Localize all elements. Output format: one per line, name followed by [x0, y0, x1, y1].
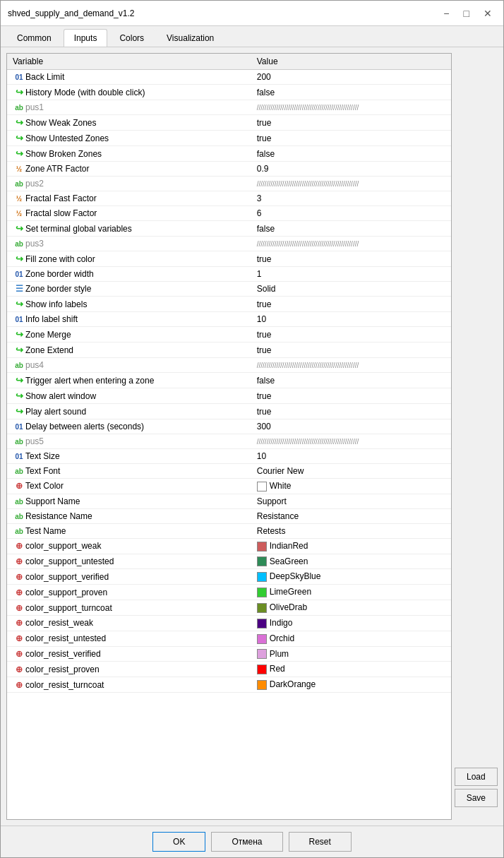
- table-cell-variable: ↪Show Broken Zones: [7, 146, 251, 162]
- variable-name: Test Name: [25, 526, 66, 536]
- table-cell-value[interactable]: true: [251, 115, 451, 131]
- table-cell-value[interactable]: 3: [251, 191, 451, 206]
- table-row[interactable]: ↪Show Untested Zonestrue: [7, 131, 451, 146]
- table-row[interactable]: ↪History Mode (with double click)false: [7, 85, 451, 100]
- table-row[interactable]: ⊕color_support_turncoatOliveDrab: [7, 600, 451, 616]
- table-row[interactable]: ½Fractal slow Factor6: [7, 206, 451, 221]
- table-cell-value[interactable]: SeaGreen: [251, 554, 451, 569]
- table-row[interactable]: 01Delay between alerts (seconds)300: [7, 419, 451, 434]
- table-row[interactable]: ⊕color_support_verifiedDeepSkyBlue: [7, 569, 451, 585]
- table-row[interactable]: ⊕color_resist_weakIndigo: [7, 615, 451, 631]
- table-row[interactable]: abpus3//////////////////////////////////…: [7, 237, 451, 251]
- table-cell-value[interactable]: 1: [251, 267, 451, 282]
- table-cell-value[interactable]: Support: [251, 494, 451, 508]
- table-row[interactable]: ↪Fill zone with colortrue: [7, 251, 451, 267]
- table-cell-value[interactable]: true: [251, 251, 451, 267]
- table-cell-value[interactable]: true: [251, 342, 451, 358]
- table-scroll[interactable]: Variable Value 01Back Limit200↪History M…: [7, 54, 451, 819]
- table-row[interactable]: ⊕color_resist_turncoatDarkOrange: [7, 677, 451, 693]
- table-cell-value: ////////////////////////////////////////…: [251, 358, 451, 373]
- table-row[interactable]: abpus1//////////////////////////////////…: [7, 100, 451, 115]
- table-row[interactable]: 01Info label shift10: [7, 312, 451, 327]
- table-cell-value[interactable]: 10: [251, 312, 451, 327]
- table-cell-value[interactable]: 0.9: [251, 162, 451, 177]
- table-cell-value[interactable]: IndianRed: [251, 538, 451, 554]
- table-cell-value[interactable]: Red: [251, 662, 451, 677]
- table-cell-value[interactable]: DeepSkyBlue: [251, 569, 451, 585]
- table-cell-value[interactable]: false: [251, 146, 451, 162]
- table-cell-value[interactable]: true: [251, 327, 451, 342]
- table-cell-variable: ⊕color_support_verified: [7, 569, 251, 585]
- table-cell-value[interactable]: Orchid: [251, 631, 451, 646]
- table-cell-value[interactable]: 200: [251, 70, 451, 85]
- table-cell-variable: ⊕color_resist_weak: [7, 615, 251, 631]
- table-cell-value[interactable]: Plum: [251, 646, 451, 662]
- table-row[interactable]: ☰Zone border styleSolid: [7, 282, 451, 297]
- table-row[interactable]: ↪Set terminal global variablesfalse: [7, 221, 451, 237]
- table-cell-value[interactable]: false: [251, 85, 451, 100]
- table-row[interactable]: abSupport NameSupport: [7, 494, 451, 508]
- load-button[interactable]: Load: [455, 768, 498, 786]
- table-cell-value[interactable]: LimeGreen: [251, 585, 451, 600]
- table-cell-value[interactable]: DarkOrange: [251, 677, 451, 693]
- table-row[interactable]: ↪Zone Extendtrue: [7, 342, 451, 358]
- cancel-button[interactable]: Отмена: [211, 832, 282, 852]
- variable-name: color_resist_turncoat: [25, 680, 104, 690]
- table-cell-variable: abpus5: [7, 434, 251, 449]
- reset-button[interactable]: Reset: [289, 832, 352, 852]
- table-cell-value[interactable]: Retests: [251, 523, 451, 538]
- table-row[interactable]: ½Zone ATR Factor0.9: [7, 162, 451, 177]
- table-row[interactable]: ↪Play alert soundtrue: [7, 404, 451, 419]
- table-row[interactable]: ⊕color_support_untestedSeaGreen: [7, 554, 451, 569]
- tab-colors[interactable]: Colors: [109, 29, 155, 47]
- table-row[interactable]: ↪Show info labelstrue: [7, 297, 451, 312]
- table-row[interactable]: ½Fractal Fast Factor3: [7, 191, 451, 206]
- table-cell-value[interactable]: Courier New: [251, 464, 451, 479]
- table-row[interactable]: ⊕color_resist_verifiedPlum: [7, 646, 451, 662]
- table-row[interactable]: ⊕color_support_provenLimeGreen: [7, 585, 451, 600]
- table-cell-value[interactable]: 10: [251, 449, 451, 464]
- table-row[interactable]: ⊕color_resist_untestedOrchid: [7, 631, 451, 646]
- table-row[interactable]: abpus4//////////////////////////////////…: [7, 358, 451, 373]
- table-cell-value[interactable]: true: [251, 131, 451, 146]
- table-row[interactable]: abpus5//////////////////////////////////…: [7, 434, 451, 449]
- tab-inputs[interactable]: Inputs: [64, 29, 108, 47]
- table-cell-variable: ↪Play alert sound: [7, 404, 251, 419]
- table-row[interactable]: abTest NameRetests: [7, 523, 451, 538]
- table-row[interactable]: ↪Trigger alert when entering a zonefalse: [7, 373, 451, 388]
- color-value-text: IndianRed: [270, 541, 308, 551]
- table-row[interactable]: 01Back Limit200: [7, 70, 451, 85]
- tab-common[interactable]: Common: [6, 29, 62, 47]
- table-cell-value[interactable]: 6: [251, 206, 451, 221]
- table-cell-value[interactable]: Indigo: [251, 615, 451, 631]
- table-cell-value[interactable]: Resistance: [251, 508, 451, 523]
- table-row[interactable]: abResistance NameResistance: [7, 508, 451, 523]
- minimize-button[interactable]: −: [439, 6, 453, 20]
- table-row[interactable]: ⊕color_support_weakIndianRed: [7, 538, 451, 554]
- table-cell-value[interactable]: OliveDrab: [251, 600, 451, 616]
- table-cell-value[interactable]: true: [251, 388, 451, 404]
- table-cell-value[interactable]: Solid: [251, 282, 451, 297]
- table-row[interactable]: 01Zone border width1: [7, 267, 451, 282]
- table-cell-value[interactable]: 300: [251, 419, 451, 434]
- table-row[interactable]: ↪Show alert windowtrue: [7, 388, 451, 404]
- save-button[interactable]: Save: [455, 789, 498, 807]
- table-row[interactable]: ↪Show Weak Zonestrue: [7, 115, 451, 131]
- table-row[interactable]: ⊕Text ColorWhite: [7, 479, 451, 494]
- table-row[interactable]: abText FontCourier New: [7, 464, 451, 479]
- table-cell-value[interactable]: true: [251, 297, 451, 312]
- table-row[interactable]: ⊕color_resist_provenRed: [7, 662, 451, 677]
- table-row[interactable]: ↪Zone Mergetrue: [7, 327, 451, 342]
- tab-visualization[interactable]: Visualization: [156, 29, 224, 47]
- close-button[interactable]: ✕: [479, 6, 496, 20]
- table-row[interactable]: abpus2//////////////////////////////////…: [7, 177, 451, 191]
- color-icon: ⊕: [13, 541, 25, 551]
- table-cell-value[interactable]: White: [251, 479, 451, 494]
- ok-button[interactable]: OK: [152, 832, 205, 852]
- table-cell-value[interactable]: false: [251, 373, 451, 388]
- table-row[interactable]: ↪Show Broken Zonesfalse: [7, 146, 451, 162]
- maximize-button[interactable]: □: [460, 6, 474, 20]
- table-cell-value[interactable]: true: [251, 404, 451, 419]
- table-cell-value[interactable]: false: [251, 221, 451, 237]
- table-row[interactable]: 01Text Size10: [7, 449, 451, 464]
